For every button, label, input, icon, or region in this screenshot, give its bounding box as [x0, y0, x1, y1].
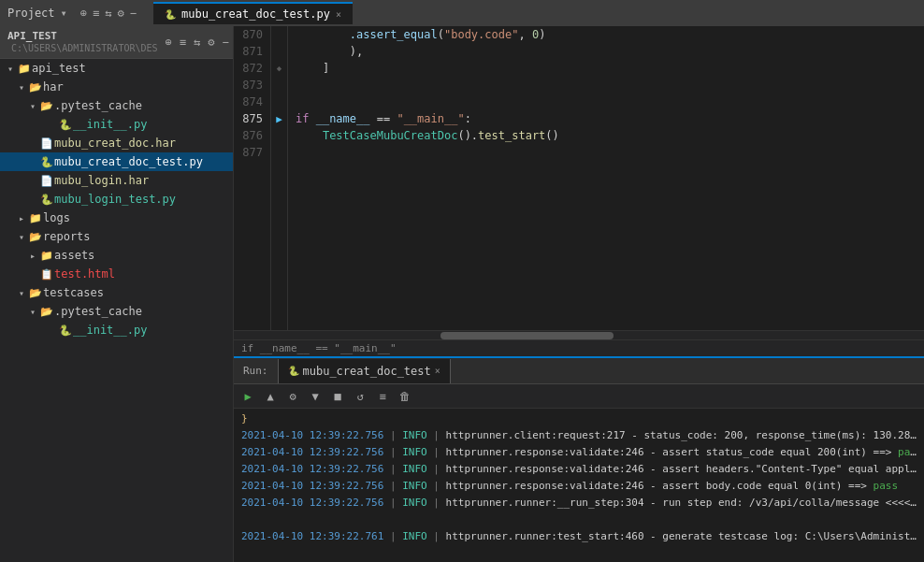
- tree-item-har[interactable]: ▾ 📂 har: [0, 78, 233, 96]
- arrow-pytest-cache-2: ▾: [26, 307, 39, 317]
- label-assets: assets: [54, 249, 94, 262]
- arrow-reports: ▾: [15, 232, 28, 242]
- arrow-logs: ▸: [15, 213, 28, 223]
- settings-run-button[interactable]: ⚙: [282, 386, 303, 407]
- sidebar: api_test C:\Users\Administrator\Des ⊕ ≡ …: [0, 26, 234, 562]
- run-panel-tabs: Run: 🐍 mubu_creat_doc_test ×: [234, 358, 924, 384]
- tree-item-testcases[interactable]: ▾ 📂 testcases: [0, 283, 233, 302]
- editor-area: 870 871 872 873 874 875 876 877 ◆ ▶: [234, 26, 924, 562]
- tree-item-pytest-cache-1[interactable]: ▾ 📂 .pytest_cache: [0, 96, 233, 115]
- code-line-876: TestCaseMubuCreatDoc().test_start(): [296, 127, 917, 144]
- tab-close-button[interactable]: ×: [336, 9, 341, 20]
- label-reports: reports: [43, 230, 91, 243]
- code-line-875: if __name__ == "__main__":: [296, 110, 917, 127]
- gutter-877: [271, 144, 287, 161]
- arrow-pytest-cache-1: ▾: [26, 101, 39, 111]
- tree-item-mubu-creat-doc-test-py[interactable]: 🐍 mubu_creat_doc_test.py: [0, 152, 233, 171]
- expand-icon[interactable]: ⇆: [105, 7, 111, 20]
- tree-item-mubu-login-har[interactable]: 📄 mubu_login.har: [0, 171, 233, 190]
- trash-button[interactable]: 🗑: [395, 386, 415, 407]
- arrow-har: ▾: [15, 82, 28, 93]
- run-tab-mubu[interactable]: 🐍 mubu_creat_doc_test ×: [278, 359, 451, 383]
- sidebar-header: api_test C:\Users\Administrator\Des ⊕ ≡ …: [0, 26, 233, 59]
- settings-icon[interactable]: ⚙: [118, 7, 124, 20]
- new-folder-sidebar-icon[interactable]: ≡: [178, 34, 188, 50]
- editor-tabs: 🐍 mubu_creat_doc_test.py ×: [153, 2, 917, 24]
- code-line-870: .assert_equal("body.code", 0): [296, 26, 917, 43]
- label-test-html: test.html: [54, 267, 115, 281]
- project-root-label: api_test: [7, 30, 57, 42]
- sidebar-toolbar: ⊕ ≡ ⇆ ⚙ −: [164, 34, 231, 50]
- close-sidebar-icon[interactable]: −: [220, 34, 230, 50]
- project-dropdown-icon[interactable]: ▾: [61, 7, 67, 20]
- gear-sidebar-icon[interactable]: ⚙: [206, 34, 216, 50]
- label-mubu-creat-doc-har: mubu_creat_doc.har: [54, 137, 176, 150]
- line-num-876: 876: [238, 127, 263, 144]
- sidebar-title: api_test C:\Users\Administrator\Des: [7, 30, 158, 54]
- tree-item-mubu-login-test-py[interactable]: 🐍 mubu_login_test.py: [0, 190, 233, 209]
- py-icon-init-1: 🐍: [58, 119, 73, 131]
- arrow-assets: ▸: [26, 251, 39, 261]
- run-tab-close[interactable]: ×: [435, 366, 440, 376]
- tree-item-api-test[interactable]: ▾ 📁 api_test: [0, 59, 233, 78]
- run-arrow-875: ▶: [276, 113, 282, 125]
- run-line-closing: }: [234, 411, 924, 427]
- expand-sidebar-icon[interactable]: ⇆: [192, 34, 202, 50]
- tree-item-mubu-creat-doc-har[interactable]: 📄 mubu_creat_doc.har: [0, 134, 233, 152]
- run-button[interactable]: ▶: [238, 386, 258, 407]
- label-pytest-cache-1: .pytest_cache: [54, 99, 142, 112]
- bookmark-icon-872: ◆: [277, 64, 282, 73]
- py-icon-mubu-creat: 🐍: [39, 156, 54, 168]
- gutter-876: [271, 127, 287, 144]
- label-mubu-login-har: mubu_login.har: [54, 174, 149, 187]
- code-hint-bar: if __name__ == "__main__": [234, 339, 924, 356]
- code-editor[interactable]: 870 871 872 873 874 875 876 877 ◆ ▶: [234, 26, 924, 330]
- tree-item-test-html[interactable]: 📋 test.html: [0, 265, 233, 283]
- run-tab-label: mubu_creat_doc_test: [303, 365, 431, 378]
- run-line-empty-2: [234, 545, 924, 562]
- filter-button[interactable]: ≡: [372, 386, 393, 407]
- run-output: } 2021-04-10 12:39:22.756 | INFO | httpr…: [234, 409, 924, 562]
- list-run-button[interactable]: ↺: [350, 386, 370, 407]
- label-init-py-2: __init__.py: [73, 324, 147, 337]
- new-file-sidebar-icon[interactable]: ⊕: [164, 34, 174, 50]
- folder-icon-logs: 📁: [28, 212, 43, 224]
- run-line-log7: 2021-04-10 12:39:22.761 | INFO | httprun…: [234, 528, 924, 545]
- tree-item-pytest-cache-2[interactable]: ▾ 📂 .pytest_cache: [0, 302, 233, 321]
- tab-icon: 🐍: [165, 9, 176, 20]
- scroll-up-button[interactable]: ▲: [260, 386, 281, 407]
- gutter-872: ◆: [271, 60, 287, 77]
- label-logs: logs: [43, 211, 70, 224]
- project-path: C:\Users\Administrator\Des: [11, 43, 158, 53]
- tree-item-assets[interactable]: ▸ 📁 assets: [0, 246, 233, 265]
- new-folder-icon[interactable]: ≡: [93, 7, 99, 20]
- line-num-877: 877: [238, 144, 263, 161]
- tree-item-reports[interactable]: ▾ 📂 reports: [0, 227, 233, 246]
- new-file-icon[interactable]: ⊕: [80, 7, 87, 20]
- active-tab[interactable]: 🐍 mubu_creat_doc_test.py ×: [153, 2, 353, 24]
- tree-item-logs[interactable]: ▸ 📁 logs: [0, 209, 233, 227]
- scroll-down-button[interactable]: ▼: [305, 386, 325, 407]
- editor-scrollbar[interactable]: [234, 330, 924, 339]
- gutter-874: [271, 94, 287, 110]
- run-toolbar: ▶ ▲ ⚙ ▼ ■ ↺ ≡ 🗑: [234, 384, 924, 409]
- gutter-875[interactable]: ▶: [271, 110, 287, 127]
- code-content[interactable]: .assert_equal("body.code", 0) ), ] if __…: [288, 26, 924, 330]
- label-mubu-login-test-py: mubu_login_test.py: [54, 193, 176, 206]
- tree-item-init-py-1[interactable]: 🐍 __init__.py: [0, 115, 233, 134]
- label-api-test: api_test: [32, 62, 86, 75]
- tree-item-init-py-2[interactable]: 🐍 __init__.py: [0, 321, 233, 339]
- run-line-log3: 2021-04-10 12:39:22.756 | INFO | httprun…: [234, 461, 924, 478]
- code-line-872: ]: [296, 60, 917, 77]
- main-layout: api_test C:\Users\Administrator\Des ⊕ ≡ …: [0, 26, 924, 562]
- folder-icon-pytest-cache-1: 📂: [39, 100, 54, 112]
- toolbar-icons: ⊕ ≡ ⇆ ⚙ −: [80, 7, 137, 20]
- label-mubu-creat-doc-test-py: mubu_creat_doc_test.py: [54, 155, 203, 168]
- gutter-870: [271, 26, 287, 43]
- folder-open-icon-testcases: 📂: [28, 287, 43, 299]
- py-icon-init-2: 🐍: [58, 324, 73, 337]
- minus-icon[interactable]: −: [130, 7, 137, 20]
- run-line-log5: 2021-04-10 12:39:22.756 | INFO | httprun…: [234, 495, 924, 512]
- rerun-button[interactable]: ■: [327, 386, 348, 407]
- label-pytest-cache-2: .pytest_cache: [54, 305, 142, 318]
